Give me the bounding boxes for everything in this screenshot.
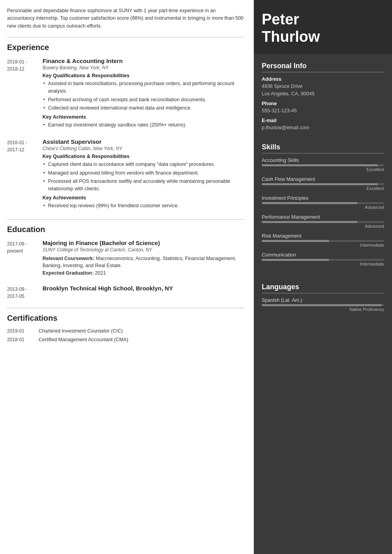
languages-section: Languages Spanish (Lat. Am.)Native Profi… bbox=[254, 275, 392, 320]
skill-bar-bg bbox=[262, 240, 384, 242]
skill-bar-bg bbox=[262, 183, 384, 185]
experience-subtitle: Bowery Banking, New York, NY bbox=[43, 65, 244, 71]
skills-section: Skills Accounting SkillsExcellentCash Fl… bbox=[254, 135, 392, 275]
experience-section: Experience 2018-01 - 2018-12Finance & Ac… bbox=[7, 43, 244, 211]
address-line2: Los Angeles, CA, 90045 bbox=[262, 90, 384, 98]
qual-item: Managed and approved billing from vendor… bbox=[43, 169, 244, 177]
qual-item: Performed archiving of cash receipts and… bbox=[43, 96, 244, 104]
skill-level-label: Excellent bbox=[262, 186, 384, 191]
certification-entries: 2019-01Chartered Investment Counselor (C… bbox=[7, 328, 244, 342]
phone-value: 555-321-123-45 bbox=[262, 107, 384, 115]
qual-list: Captured client data in accordance with … bbox=[43, 161, 244, 193]
skills-list: Accounting SkillsExcellentCash Flow Mana… bbox=[262, 158, 384, 266]
skill-bar-fill bbox=[262, 240, 329, 242]
divider-certifications bbox=[7, 308, 244, 308]
education-date: 2017-09 - present bbox=[7, 240, 43, 277]
skill-level-label: Advanced bbox=[262, 205, 384, 210]
email-label: E-mail bbox=[262, 118, 384, 123]
certification-entry: 2019-01Chartered Investment Counselor (C… bbox=[7, 328, 244, 334]
skill-name: Cash Flow Management bbox=[262, 177, 384, 182]
skill-name: Risk Management bbox=[262, 233, 384, 239]
cert-date: 2019-01 bbox=[7, 328, 39, 334]
qual-label: Key Qualifications & Responsibilities bbox=[43, 73, 244, 78]
skill-item: Risk ManagementIntermediate bbox=[262, 233, 384, 247]
education-title: Education bbox=[7, 225, 244, 234]
certifications-section: Certifications 2019-01Chartered Investme… bbox=[7, 314, 244, 342]
skill-item: Investment PrinciplesAdvanced bbox=[262, 195, 384, 210]
skill-bar-fill bbox=[262, 164, 378, 166]
skill-bar-bg bbox=[262, 259, 384, 261]
divider-education bbox=[7, 219, 244, 219]
right-panel: Peter Thurlow Personal Info Address 4938… bbox=[254, 0, 392, 554]
achieve-label: Key Achievements bbox=[43, 114, 244, 120]
qual-list: Assisted in bank reconciliations, proces… bbox=[43, 80, 244, 112]
language-level-label: Native Proficiency bbox=[262, 307, 384, 312]
skill-bar-fill bbox=[262, 221, 357, 223]
education-content: Brooklyn Technical High School, Brooklyn… bbox=[43, 285, 244, 300]
experience-title: Assistant Supervisor bbox=[43, 138, 244, 145]
experience-date: 2016-01 - 2017-12 bbox=[7, 138, 43, 211]
left-panel: Personable and dependable finance sophom… bbox=[0, 0, 254, 554]
skill-level-label: Intermediate bbox=[262, 243, 384, 247]
experience-entry: 2016-01 - 2017-12Assistant SupervisorChl… bbox=[7, 138, 244, 211]
skill-bar-fill bbox=[262, 259, 329, 261]
skill-bar-fill bbox=[262, 183, 378, 185]
graduation-text: Expected Graduation: 2021 bbox=[43, 270, 244, 277]
education-school: SUNY College of Technology at Canton, Ca… bbox=[43, 247, 244, 253]
education-section: Education 2017-09 - presentMajoring in F… bbox=[7, 225, 244, 300]
personal-info-section: Personal Info Address 4938 Spruce Drive … bbox=[254, 54, 392, 135]
skill-bar-bg bbox=[262, 202, 384, 204]
languages-list: Spanish (Lat. Am.)Native Proficiency bbox=[262, 297, 384, 312]
skill-item: Accounting SkillsExcellent bbox=[262, 158, 384, 172]
experience-content: Finance & Accounting InternBowery Bankin… bbox=[43, 58, 244, 130]
personal-info-title: Personal Info bbox=[262, 59, 384, 73]
first-name: Peter bbox=[262, 11, 299, 28]
experience-date: 2018-01 - 2018-12 bbox=[7, 58, 43, 130]
qual-item: Assisted in bank reconciliations, proces… bbox=[43, 80, 244, 95]
experience-subtitle: Chloe's Clothing Cabin, New York, NY bbox=[43, 146, 244, 151]
full-name: Peter Thurlow bbox=[262, 11, 384, 45]
qual-item: Processed all POS transactions swiftly a… bbox=[43, 178, 244, 193]
qual-item: Captured client data in accordance with … bbox=[43, 161, 244, 168]
language-item: Spanish (Lat. Am.)Native Proficiency bbox=[262, 297, 384, 312]
qual-label: Key Qualifications & Responsibilities bbox=[43, 154, 244, 159]
cert-date: 2018-01 bbox=[7, 337, 39, 342]
address-label: Address bbox=[262, 76, 384, 82]
certification-entry: 2018-01Certified Management Accountant (… bbox=[7, 337, 244, 342]
skill-bar-bg bbox=[262, 221, 384, 223]
skill-name: Performance Management bbox=[262, 214, 384, 220]
name-header: Peter Thurlow bbox=[254, 0, 392, 54]
education-entry: 2013-09 - 2017-05Brooklyn Technical High… bbox=[7, 285, 244, 300]
skill-name: Investment Principles bbox=[262, 195, 384, 201]
skill-item: Cash Flow ManagementExcellent bbox=[262, 177, 384, 191]
skill-bar-fill bbox=[262, 202, 357, 204]
skill-level-label: Excellent bbox=[262, 167, 384, 172]
education-entries: 2017-09 - presentMajoring in Finance (Ba… bbox=[7, 240, 244, 300]
skill-level-label: Advanced bbox=[262, 224, 384, 229]
divider-experience bbox=[7, 37, 244, 37]
last-name: Thurlow bbox=[262, 28, 320, 45]
education-content: Majoring in Finance (Bachelor of Science… bbox=[43, 240, 244, 277]
cert-name: Certified Management Accountant (CMA) bbox=[39, 337, 128, 342]
skill-name: Accounting Skills bbox=[262, 158, 384, 163]
address-line1: 4938 Spruce Drive bbox=[262, 83, 384, 90]
summary-text: Personable and dependable finance sophom… bbox=[7, 7, 244, 30]
cert-name: Chartered Investment Counselor (CIC) bbox=[39, 328, 123, 334]
language-name: Spanish (Lat. Am.) bbox=[262, 297, 384, 303]
skills-title: Skills bbox=[262, 141, 384, 154]
qual-item: Collected and reviewed international mar… bbox=[43, 104, 244, 112]
skill-name: Communication bbox=[262, 252, 384, 258]
experience-entry: 2018-01 - 2018-12Finance & Accounting In… bbox=[7, 58, 244, 130]
education-degree: Majoring in Finance (Bachelor of Science… bbox=[43, 240, 244, 246]
skill-item: CommunicationIntermediate bbox=[262, 252, 384, 266]
experience-content: Assistant SupervisorChloe's Clothing Cab… bbox=[43, 138, 244, 211]
skill-item: Performance ManagementAdvanced bbox=[262, 214, 384, 229]
achieve-label: Key Achievements bbox=[43, 195, 244, 201]
education-degree: Brooklyn Technical High School, Brooklyn… bbox=[43, 285, 244, 292]
achieve-item: Earned top investment strategy sandbox r… bbox=[43, 121, 244, 129]
education-date: 2013-09 - 2017-05 bbox=[7, 285, 43, 300]
languages-title: Languages bbox=[262, 281, 384, 294]
email-value: p.thurlow@email.com bbox=[262, 124, 384, 132]
skill-bar-bg bbox=[262, 164, 384, 166]
achieve-item: Received top reviews (99%) for friendlie… bbox=[43, 202, 244, 210]
